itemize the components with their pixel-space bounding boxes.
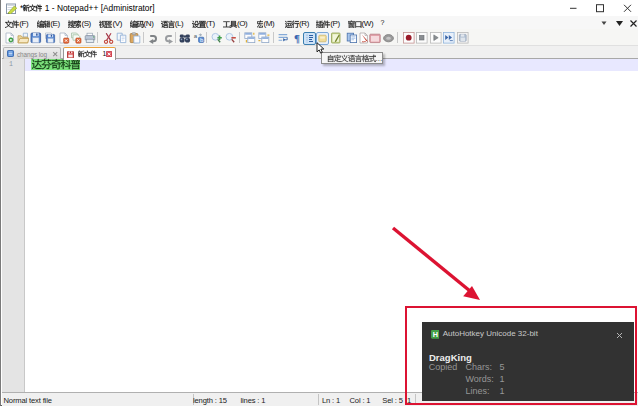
svg-text:a: a — [194, 32, 198, 38]
svg-text:¶: ¶ — [294, 32, 300, 44]
